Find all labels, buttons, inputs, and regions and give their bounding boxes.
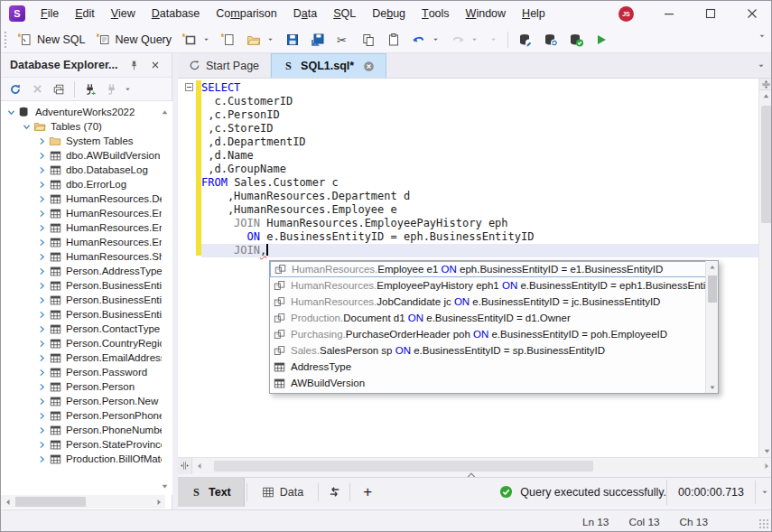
menu-tools[interactable]: Tools	[414, 1, 458, 26]
execute-icon[interactable]	[591, 29, 612, 51]
editor-hsplit-handle-icon[interactable]	[178, 458, 192, 474]
new-window-icon[interactable]: *	[179, 29, 214, 51]
cascade-icon[interactable]	[48, 79, 70, 99]
tree-chevron-right-icon[interactable]	[35, 409, 48, 422]
tree-item[interactable]: Person.ContactType	[1, 322, 162, 336]
tree-item[interactable]: dbo.ErrorLog	[1, 177, 162, 191]
tree-chevron-right-icon[interactable]	[35, 192, 48, 205]
disconnect-caret-icon[interactable]	[124, 85, 132, 93]
tree-chevron-right-icon[interactable]	[35, 453, 48, 465]
doctab-overflow-icon[interactable]	[757, 61, 766, 70]
tree-chevron-right-icon[interactable]	[35, 135, 48, 147]
tab-start-page[interactable]: Start Page	[178, 53, 271, 78]
tree-item[interactable]: Person.Password	[1, 365, 162, 379]
db-edit-icon[interactable]	[515, 29, 536, 51]
autocomplete-item[interactable]: HumanResources.EmployeePayHistory eph1 O…	[270, 277, 706, 294]
tree-chevron-right-icon[interactable]	[35, 207, 48, 219]
editor-scroll-down-icon[interactable]	[759, 447, 772, 455]
tree-item[interactable]: HumanResources.EmployeeDepartmentHistory	[1, 220, 162, 235]
toolbar-overflow-icon[interactable]	[758, 32, 767, 41]
menu-debug[interactable]: Debug	[364, 1, 414, 26]
tree-chevron-right-icon[interactable]	[35, 265, 48, 277]
tree-item[interactable]: Person.EmailAddress	[1, 350, 162, 365]
editor-vscrollbar[interactable]	[758, 79, 772, 457]
tree-scroll-down-icon[interactable]	[160, 481, 170, 491]
redo-icon[interactable]	[447, 29, 482, 51]
tree-chevron-right-icon[interactable]	[35, 163, 48, 176]
resize-grip[interactable]	[759, 519, 768, 528]
tree-item[interactable]: dbo.DatabaseLog	[1, 163, 162, 177]
open-file-icon[interactable]	[243, 29, 278, 51]
tree-chevron-right-icon[interactable]	[35, 337, 48, 350]
tree-chevron-right-icon[interactable]	[35, 221, 48, 234]
cut-icon[interactable]: ✂	[332, 29, 354, 51]
add-result-tab-button[interactable]: +	[352, 478, 383, 507]
editor-scroll-left-icon[interactable]	[192, 459, 206, 472]
refresh-icon[interactable]	[5, 79, 26, 99]
menu-view[interactable]: View	[103, 1, 144, 26]
tree-item[interactable]: Tables (70)	[1, 119, 162, 134]
tree-scroll-right-icon[interactable]	[152, 495, 165, 509]
tree-chevron-right-icon[interactable]	[35, 149, 48, 162]
tree-item[interactable]: HumanResources.Employee	[1, 206, 162, 220]
results-tab-data[interactable]: Data	[249, 478, 316, 507]
tree-chevron-right-icon[interactable]	[35, 424, 48, 436]
tab-sql1-sql-[interactable]: SSQL1.sql*	[271, 53, 386, 78]
db-sync-icon[interactable]	[540, 29, 562, 51]
tree-item[interactable]: Production.BillOfMaterials	[1, 452, 162, 466]
caret-lone-icon[interactable]	[486, 29, 501, 51]
tree-item[interactable]: System Tables	[1, 134, 162, 148]
tree-item[interactable]: Person.CountryRegion	[1, 336, 162, 350]
tree-chevron-right-icon[interactable]	[35, 438, 48, 451]
tree-item[interactable]: HumanResources.EmployeePayHistory	[1, 235, 162, 249]
autocomplete-item[interactable]: AddressType	[270, 359, 706, 375]
fold-marker-icon[interactable]	[185, 83, 193, 91]
save-all-icon[interactable]	[307, 29, 329, 51]
connect-add-icon[interactable]: +	[79, 79, 101, 99]
editor-scroll-up-icon[interactable]	[759, 90, 772, 102]
autocomplete-item[interactable]: HumanResources.JobCandidate jc ON e.Busi…	[270, 294, 706, 310]
minimize-button[interactable]	[648, 1, 690, 26]
tree-chevron-down-icon[interactable]	[5, 106, 17, 118]
db-check-icon[interactable]	[565, 29, 587, 51]
undo-icon[interactable]	[408, 29, 443, 51]
tree-item[interactable]: Person.AddressType	[1, 264, 162, 278]
tree-chevron-right-icon[interactable]	[35, 322, 48, 335]
editor-vscroll-thumb[interactable]	[761, 106, 772, 223]
tree-chevron-right-icon[interactable]	[35, 236, 48, 248]
close-button[interactable]	[731, 1, 772, 26]
tree-hscroll-thumb[interactable]	[15, 497, 86, 507]
menu-database[interactable]: Database	[144, 1, 209, 26]
new-sql-button[interactable]: *New SQL	[14, 29, 89, 51]
pin-icon[interactable]	[123, 55, 144, 75]
tree-chevron-right-icon[interactable]	[35, 178, 48, 191]
tree-item[interactable]: Person.PersonPhone	[1, 408, 162, 423]
tree-item[interactable]: Person.Person	[1, 379, 162, 394]
tree-item[interactable]: Person.PhoneNumberType	[1, 423, 162, 437]
editor-split-handle-icon[interactable]	[759, 79, 772, 90]
tree-chevron-right-icon[interactable]	[35, 294, 48, 306]
tree-item[interactable]: HumanResources.Department	[1, 191, 162, 206]
tab-close-icon[interactable]	[363, 61, 375, 72]
tree-item[interactable]: Person.BusinessEntityContact	[1, 307, 162, 322]
tree-item[interactable]: dbo.AWBuildVersion	[1, 148, 162, 163]
paste-icon[interactable]	[383, 29, 405, 51]
disconnect-icon[interactable]	[101, 79, 123, 99]
editor-hscroll-thumb[interactable]	[214, 461, 593, 471]
autocomplete-item[interactable]: HumanResources.Employee e1 ON eph.Busine…	[270, 261, 706, 277]
close-panel-icon[interactable]	[144, 55, 166, 75]
tree-chevron-right-icon[interactable]	[35, 395, 48, 407]
tree-item[interactable]: Person.StateProvince	[1, 437, 162, 452]
tree-chevron-right-icon[interactable]	[35, 250, 48, 263]
account-avatar[interactable]: JS	[619, 6, 634, 22]
toolbar-grip[interactable]	[5, 32, 9, 48]
tree-chevron-right-icon[interactable]	[35, 279, 48, 292]
code-area[interactable]: SELECT c.CustomerID ,c.PersonID ,c.Store…	[201, 81, 758, 257]
tree-item[interactable]: Person.BusinessEntityAddress	[1, 293, 162, 307]
autocomplete-item[interactable]: Production.Document d1 ON e.BusinessEnti…	[270, 310, 706, 326]
sql-editor[interactable]: SELECT c.CustomerID ,c.PersonID ,c.Store…	[178, 79, 772, 457]
tree-scroll-up-icon[interactable]	[160, 107, 170, 117]
results-tab-text[interactable]: SText	[178, 478, 245, 507]
copy-icon[interactable]	[358, 29, 379, 51]
menu-edit[interactable]: Edit	[67, 1, 103, 26]
